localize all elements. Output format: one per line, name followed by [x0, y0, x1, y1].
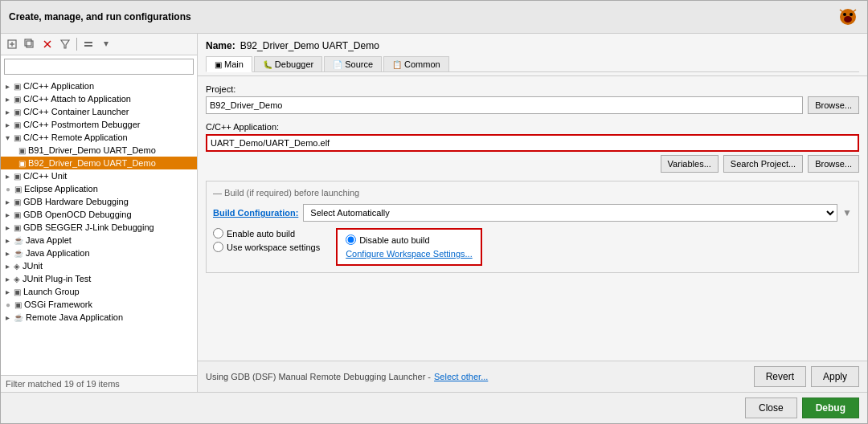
collapse-button[interactable]	[80, 36, 96, 52]
application-buttons-row: Variables... Search Project... Browse...	[206, 155, 859, 173]
tree-item-b91[interactable]: ▣ B91_Driver_Demo UART_Demo	[1, 144, 197, 157]
tree-item-cpp-postmortem[interactable]: ▸ ▣ C/C++ Postmortem Debugger	[1, 118, 197, 131]
config-name-row: Name: B92_Driver_Demo UART_Demo	[206, 40, 859, 51]
search-project-button[interactable]: Search Project...	[723, 155, 803, 173]
gdb-segger-type-icon: ▣	[14, 223, 21, 232]
tab-main[interactable]: ▣ Main	[206, 56, 252, 72]
tree-item-label: B91_Driver_Demo UART_Demo	[28, 145, 156, 155]
tree-item-label: GDB Hardware Debugging	[23, 197, 129, 206]
tree-item-eclipse-app[interactable]: ● ▣ Eclipse Application	[1, 182, 197, 195]
cpp-container-toggle-icon: ▸	[6, 108, 10, 116]
tree-item-java-app[interactable]: ▸ ☕ Java Application	[1, 247, 197, 259]
remote-java-toggle-icon: ▸	[6, 313, 10, 322]
tree-item-label: Java Application	[26, 248, 90, 258]
tree-item-cpp-app[interactable]: ▸ ▣ C/C++ Application	[1, 80, 197, 92]
gdb-segger-toggle-icon: ▸	[6, 223, 10, 232]
project-input[interactable]	[206, 96, 803, 114]
tree-item-gdb-openocd[interactable]: ▸ ▣ GDB OpenOCD Debugging	[1, 208, 197, 221]
enable-auto-build-input[interactable]	[213, 228, 223, 238]
duplicate-config-button[interactable]	[22, 36, 38, 52]
java-applet-toggle-icon: ▸	[6, 236, 10, 245]
tab-common[interactable]: 📋 Common	[383, 56, 449, 71]
browse-app-button[interactable]: Browse...	[808, 155, 859, 173]
variables-button[interactable]: Variables...	[661, 155, 719, 173]
project-label: Project:	[206, 84, 859, 94]
application-input[interactable]	[206, 134, 859, 152]
menu-button[interactable]	[98, 36, 114, 52]
left-toolbar	[1, 34, 197, 55]
tree-item-cpp-attach[interactable]: ▸ ▣ C/C++ Attach to Application	[1, 92, 197, 105]
build-config-select[interactable]: Select Automatically Debug Release	[303, 204, 837, 222]
common-tab-label: Common	[404, 59, 440, 69]
dialog-body: ▸ ▣ C/C++ Application ▸ ▣ C/C++ Attach t…	[1, 34, 867, 392]
tree-item-junit[interactable]: ▸ ◈ JUnit	[1, 259, 197, 272]
revert-button[interactable]: Revert	[754, 366, 806, 387]
tree-item-gdb-segger[interactable]: ▸ ▣ GDB SEGGER J-Link Debugging	[1, 221, 197, 234]
filter-button[interactable]	[57, 36, 73, 52]
launch-group-type-icon: ▣	[14, 287, 21, 296]
application-label: C/C++ Application:	[206, 122, 859, 132]
configure-workspace-link[interactable]: Configure Workspace Settings...	[346, 249, 473, 259]
enable-auto-label: Enable auto build	[227, 229, 295, 238]
tree-item-cpp-remote[interactable]: ▾ ▣ C/C++ Remote Application	[1, 131, 197, 144]
launcher-info-text: Using GDB (DSF) Manual Remote Debugging …	[206, 372, 431, 381]
disable-auto-build-input[interactable]	[346, 234, 356, 245]
osgi-toggle-icon: ●	[6, 300, 10, 309]
tree-item-remote-java[interactable]: ▸ ☕ Remote Java Application	[1, 311, 197, 324]
tree-item-gdb-hw[interactable]: ▸ ▣ GDB Hardware Debugging	[1, 195, 197, 208]
tree-item-cpp-container[interactable]: ▸ ▣ C/C++ Container Launcher	[1, 105, 197, 118]
bottom-bar: Using GDB (DSF) Manual Remote Debugging …	[198, 361, 867, 392]
svg-rect-14	[84, 42, 92, 43]
tree-item-cpp-unit[interactable]: ▸ ▣ C/C++ Unit	[1, 169, 197, 182]
bottom-action-buttons: Revert Apply	[754, 366, 859, 387]
use-workspace-input[interactable]	[213, 242, 223, 252]
tree-item-label: C/C++ Unit	[23, 171, 67, 181]
tree-item-launch-group[interactable]: ▸ ▣ Launch Group	[1, 285, 197, 298]
apply-button[interactable]: Apply	[811, 366, 859, 387]
tree-item-label: Remote Java Application	[26, 312, 123, 322]
use-workspace-radio[interactable]: Use workspace settings	[213, 242, 320, 252]
disable-auto-build-radio[interactable]: Disable auto build	[346, 234, 473, 245]
cpp-app-toggle-icon: ▸	[6, 82, 10, 91]
toolbar-separator	[76, 38, 77, 51]
select-other-link[interactable]: Select other...	[434, 372, 488, 381]
debug-button[interactable]: Debug	[802, 398, 859, 418]
tree-item-java-applet[interactable]: ▸ ☕ Java Applet	[1, 234, 197, 247]
eclipse-app-type-icon: ▣	[14, 185, 22, 194]
source-tab-icon: 📄	[333, 60, 342, 69]
tree-item-junit-plugin[interactable]: ▸ ◈ JUnit Plug-in Test	[1, 272, 197, 285]
build-radio-container: Enable auto build Use workspace settings…	[213, 228, 852, 266]
svg-point-3	[844, 16, 852, 22]
junit-plugin-type-icon: ◈	[14, 275, 20, 283]
junit-type-icon: ◈	[14, 262, 20, 271]
tree-item-osgi[interactable]: ● ▣ OSGi Framework	[1, 298, 197, 311]
b92-type-icon: ▣	[18, 159, 26, 168]
svg-marker-13	[61, 40, 69, 48]
tab-source[interactable]: 📄 Source	[324, 56, 382, 71]
tree-item-label: C/C++ Postmortem Debugger	[23, 120, 141, 129]
cpp-container-type-icon: ▣	[14, 108, 21, 116]
enable-auto-build-radio[interactable]: Enable auto build	[213, 228, 320, 238]
tab-debugger[interactable]: 🐛 Debugger	[254, 56, 322, 71]
app-logo-icon	[837, 6, 859, 28]
project-row: Browse...	[206, 96, 859, 114]
delete-config-button[interactable]	[39, 36, 55, 52]
tree-item-label: Java Applet	[26, 235, 72, 245]
cpp-remote-toggle-icon: ▾	[6, 133, 10, 142]
svg-point-2	[850, 13, 853, 16]
search-box	[4, 59, 194, 75]
browse-project-button[interactable]: Browse...	[808, 96, 859, 114]
tabs-bar: ▣ Main 🐛 Debugger 📄 Source 📋 Common	[206, 56, 859, 72]
disable-auto-label: Disable auto build	[359, 235, 429, 245]
search-input[interactable]	[4, 59, 194, 75]
tree-item-b92[interactable]: ▣ B92_Driver_Demo UART_Demo	[1, 157, 197, 169]
left-radio-group: Enable auto build Use workspace settings	[213, 228, 320, 266]
main-tab-icon: ▣	[215, 60, 222, 69]
build-config-label[interactable]: Build Configuration:	[213, 208, 298, 218]
cpp-app-type-icon: ▣	[14, 82, 21, 91]
close-button[interactable]: Close	[745, 398, 797, 418]
cpp-remote-type-icon: ▣	[14, 133, 21, 142]
launch-group-toggle-icon: ▸	[6, 287, 10, 296]
remote-java-type-icon: ☕	[14, 313, 23, 322]
new-config-button[interactable]	[4, 36, 20, 52]
